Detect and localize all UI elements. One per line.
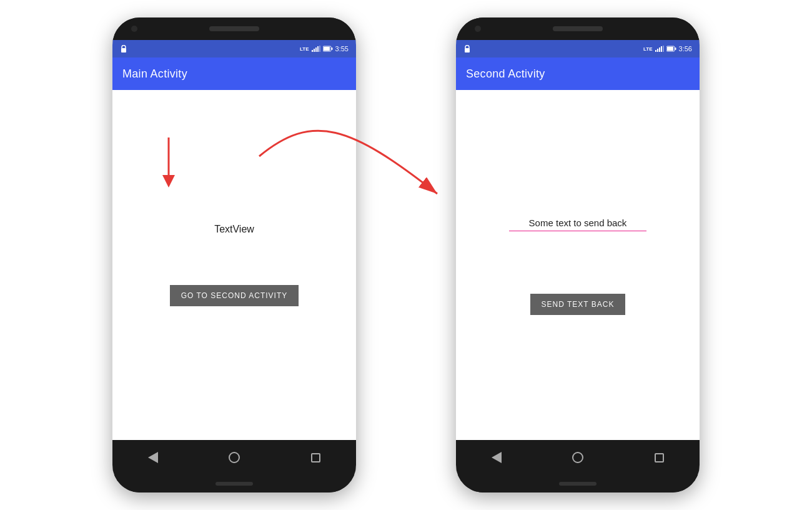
phone2: LTE 3:56	[456, 18, 700, 492]
phone2-battery-icon	[666, 46, 676, 52]
phone2-recents-icon	[655, 453, 664, 462]
phone1-back-icon	[148, 452, 158, 463]
phone2-content: SEND TEXT BACK	[456, 90, 700, 440]
svg-rect-7	[331, 48, 332, 50]
phone1-back-button[interactable]	[141, 445, 166, 470]
edit-text-field[interactable]	[509, 215, 646, 231]
phone1-bottom-bar	[112, 475, 356, 492]
phone1-content: TextView GO TO SECOND ACTIVITY	[112, 90, 356, 440]
phone2-back-icon	[492, 452, 502, 463]
svg-rect-12	[659, 48, 660, 52]
phone1-battery-icon	[323, 46, 333, 52]
phone2-screen: LTE 3:56	[456, 40, 700, 475]
phone1-status-bar: LTE 3:55	[112, 40, 356, 58]
phone2-app-bar: Second Activity	[456, 58, 700, 90]
phone2-lock-icon	[463, 45, 471, 52]
phone2-top-bar	[456, 18, 700, 40]
phone2-bottom-bar	[456, 475, 700, 492]
phones-container: LTE 3:55	[0, 0, 812, 510]
phone1-time: 3:55	[335, 45, 349, 52]
phone2-camera	[475, 26, 481, 32]
lock-icon	[120, 45, 127, 52]
phone2-nav-bar	[456, 440, 700, 475]
svg-rect-8	[324, 47, 330, 51]
phone1-textview-label: TextView	[214, 224, 254, 235]
svg-rect-11	[657, 49, 658, 52]
phone1-lte: LTE	[300, 46, 309, 52]
phone1: LTE 3:55	[112, 18, 356, 492]
phone1-speaker	[209, 26, 259, 31]
svg-rect-5	[319, 46, 320, 52]
phone1-status-left	[120, 45, 127, 52]
phone2-signal-icon	[655, 46, 664, 52]
svg-rect-14	[663, 46, 664, 52]
phone2-status-right: LTE 3:56	[643, 45, 692, 52]
svg-rect-0	[121, 48, 126, 52]
svg-rect-9	[465, 48, 470, 52]
phone1-home-button[interactable]	[222, 445, 247, 470]
phone2-recents-button[interactable]	[646, 445, 671, 470]
phone1-screen: LTE 3:55	[112, 40, 356, 475]
phone2-home-button[interactable]	[565, 445, 590, 470]
phone2-status-left	[463, 45, 471, 52]
svg-rect-1	[312, 50, 313, 52]
svg-rect-16	[675, 48, 676, 50]
phone1-home-icon	[229, 452, 240, 463]
phone2-back-button[interactable]	[484, 445, 509, 470]
svg-rect-17	[667, 47, 673, 51]
phone1-app-bar-title: Main Activity	[122, 68, 187, 81]
phone1-nav-bar	[112, 440, 356, 475]
phone2-app-bar-title: Second Activity	[466, 68, 545, 81]
phone1-top-bar	[112, 18, 356, 40]
phone2-bottom-speaker	[559, 482, 597, 486]
phone1-signal-icon	[312, 46, 320, 52]
phone2-home-icon	[572, 452, 583, 463]
phone2-status-bar: LTE 3:56	[456, 40, 700, 58]
phone1-recents-button[interactable]	[303, 445, 328, 470]
svg-rect-13	[661, 46, 662, 52]
send-text-back-button[interactable]: SEND TEXT BACK	[530, 294, 626, 315]
phone1-bottom-speaker	[215, 482, 253, 486]
phone1-app-bar: Main Activity	[112, 58, 356, 90]
svg-rect-2	[314, 49, 315, 52]
phone2-time: 3:56	[679, 45, 692, 52]
svg-rect-10	[655, 50, 656, 52]
phone2-speaker	[553, 26, 603, 31]
phone1-status-right: LTE 3:55	[300, 45, 349, 52]
phone2-lte: LTE	[643, 46, 653, 52]
phone1-recents-icon	[311, 453, 320, 462]
svg-rect-4	[317, 46, 319, 52]
go-to-second-activity-button[interactable]: GO TO SECOND ACTIVITY	[170, 285, 299, 306]
svg-rect-3	[315, 48, 317, 52]
phone1-camera	[131, 26, 137, 32]
